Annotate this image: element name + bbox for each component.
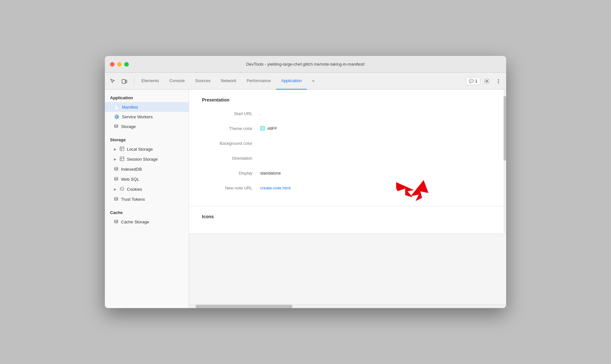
start-url-row: Start URL . (202, 109, 493, 118)
sidebar-cache-header: Cache (105, 207, 189, 217)
tab-nav: Elements Console Sources Network Perform… (136, 73, 465, 89)
toolbar: Elements Console Sources Network Perform… (105, 73, 506, 90)
start-url-label: Start URL (202, 111, 260, 116)
new-note-url-value: create-note.html (260, 186, 291, 190)
close-button[interactable] (110, 62, 115, 67)
sidebar-item-local-storage[interactable]: ▶ Local Storage (105, 144, 189, 154)
sidebar-item-cookies[interactable]: ▶ Cookies (105, 184, 189, 194)
tab-performance[interactable]: Performance (241, 73, 276, 90)
trust-tokens-icon (114, 197, 118, 202)
local-storage-label: Local Storage (127, 147, 153, 152)
display-text: standalone (260, 171, 281, 176)
horizontal-scrollbar[interactable] (189, 304, 506, 308)
indexeddb-icon (114, 166, 118, 172)
theme-color-value: #8FF (260, 126, 277, 131)
new-note-url-row: New note URL create-note.html (202, 183, 493, 192)
cookies-chevron: ▶ (114, 187, 117, 191)
tab-more[interactable]: » (307, 73, 319, 90)
web-sql-label: Web SQL (121, 177, 139, 182)
sidebar: Application 📄 Manifest ⚙️ Service Worker… (105, 90, 189, 308)
svg-rect-1 (126, 80, 127, 83)
trust-tokens-label: Trust Tokens (121, 197, 145, 202)
manifest-icon: 📄 (114, 104, 119, 110)
display-value: standalone (260, 171, 281, 176)
display-label: Display (202, 171, 260, 176)
new-note-url-label: New note URL (202, 186, 260, 190)
svg-marker-22 (396, 177, 416, 201)
tab-elements[interactable]: Elements (136, 73, 164, 90)
sidebar-item-manifest[interactable]: 📄 Manifest (105, 102, 189, 112)
orientation-row: Orientation (202, 154, 493, 163)
tab-network[interactable]: Network (216, 73, 242, 90)
service-workers-icon: ⚙️ (114, 114, 119, 119)
tab-sources[interactable]: Sources (190, 73, 216, 90)
sidebar-item-storage-app[interactable]: Storage (105, 122, 189, 132)
svg-point-20 (115, 220, 118, 221)
bg-color-row: Background color (202, 139, 493, 148)
svg-point-3 (498, 79, 499, 80)
new-note-url-link[interactable]: create-note.html (260, 186, 291, 190)
cache-storage-label: Cache Storage (121, 219, 149, 224)
sidebar-storage-header: Storage (105, 134, 189, 144)
indexeddb-label: IndexedDB (121, 167, 142, 172)
svg-point-6 (115, 124, 118, 126)
inspect-element-button[interactable] (107, 76, 118, 86)
notification-button[interactable]: 💬 1 (466, 77, 480, 85)
svg-point-18 (122, 188, 123, 188)
local-storage-icon (120, 146, 124, 152)
arrow-annotation (396, 177, 428, 204)
devtools-window: DevTools - yielding-large-chef.glitch.me… (105, 56, 506, 308)
notification-count: 1 (475, 79, 477, 83)
presentation-section: Presentation Start URL . Theme color (189, 90, 506, 206)
tab-console[interactable]: Console (164, 73, 190, 90)
settings-button[interactable] (482, 76, 492, 86)
orientation-label: Orientation (202, 156, 260, 161)
svg-point-2 (486, 80, 488, 82)
icons-section: Icons (189, 206, 506, 234)
vertical-scrollbar[interactable] (504, 90, 506, 234)
sidebar-service-workers-label: Service Workers (122, 114, 153, 119)
session-storage-icon (120, 156, 124, 162)
svg-rect-0 (122, 80, 125, 83)
start-url-value: . (260, 111, 261, 116)
cookies-icon (120, 187, 124, 192)
cache-storage-icon (114, 219, 118, 225)
sidebar-item-service-workers[interactable]: ⚙️ Service Workers (105, 112, 189, 122)
sidebar-item-trust-tokens[interactable]: Trust Tokens (105, 194, 189, 204)
web-sql-icon (114, 177, 118, 182)
theme-color-row: Theme color #8FF (202, 124, 493, 133)
icons-title: Icons (202, 214, 493, 219)
sidebar-item-cache-storage[interactable]: Cache Storage (105, 217, 189, 227)
svg-rect-10 (120, 157, 124, 161)
sidebar-item-session-storage[interactable]: ▶ Session Storage (105, 154, 189, 164)
bg-color-label: Background color (202, 141, 260, 146)
presentation-title: Presentation (202, 97, 493, 102)
svg-point-5 (498, 82, 499, 83)
theme-color-label: Theme color (202, 126, 260, 131)
content-wrapper: Presentation Start URL . Theme color (189, 90, 506, 308)
window-title: DevTools - yielding-large-chef.glitch.me… (246, 62, 365, 67)
svg-point-4 (498, 80, 499, 81)
sidebar-application-header: Application (105, 92, 189, 102)
svg-point-17 (122, 189, 123, 190)
local-storage-chevron: ▶ (114, 147, 117, 151)
svg-rect-7 (120, 147, 124, 151)
session-storage-chevron: ▶ (114, 157, 117, 161)
toolbar-icons (107, 76, 129, 86)
device-toolbar-button[interactable] (119, 76, 129, 86)
maximize-button[interactable] (124, 62, 129, 67)
sidebar-item-indexeddb[interactable]: IndexedDB (105, 164, 189, 174)
minimize-button[interactable] (117, 62, 122, 67)
toolbar-right: 💬 1 (466, 76, 504, 86)
scrollbar-thumb (504, 96, 506, 161)
session-storage-label: Session Storage (127, 157, 158, 162)
sidebar-storage-section: Storage ▶ Local Storage ▶ Session Storag… (105, 134, 189, 204)
more-options-button[interactable] (493, 76, 504, 86)
tab-application[interactable]: Application (276, 73, 307, 90)
svg-point-19 (115, 197, 118, 198)
horizontal-scrollbar-thumb (195, 305, 293, 308)
sidebar-item-web-sql[interactable]: Web SQL (105, 174, 189, 184)
start-url-link[interactable]: . (260, 111, 261, 116)
svg-marker-21 (411, 180, 428, 201)
sidebar-application-section: Application 📄 Manifest ⚙️ Service Worker… (105, 92, 189, 132)
